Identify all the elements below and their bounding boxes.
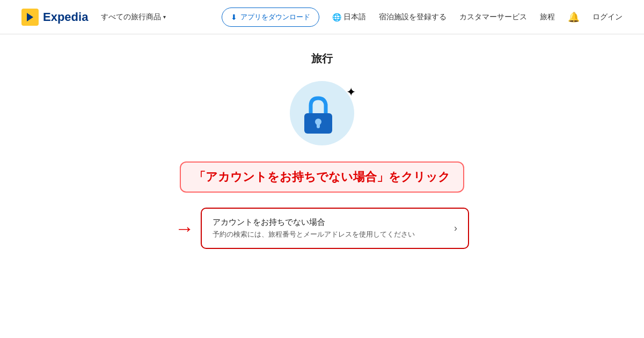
- svg-marker-0: [27, 13, 33, 21]
- register-property-link[interactable]: 宿泊施設を登録する: [379, 12, 447, 22]
- account-card-subtitle: 予約の検索には、旅程番号とメールアドレスを使用してください: [213, 230, 415, 239]
- notifications-bell[interactable]: 🔔: [568, 11, 580, 23]
- logo-text: Expedia: [43, 10, 88, 24]
- sparkle-icon: ✦: [346, 85, 356, 99]
- arrow-right-icon: →: [175, 217, 194, 240]
- lock-illustration: ✦: [287, 81, 357, 145]
- page-title: 旅行: [311, 52, 333, 66]
- lock-svg: [299, 94, 338, 139]
- no-account-card[interactable]: アカウントをお持ちでない場合 予約の検索には、旅程番号とメールアドレスを使用して…: [201, 208, 469, 249]
- chevron-down-icon: ▾: [163, 14, 166, 20]
- nav-all-products[interactable]: すべての旅行商品 ▾: [101, 12, 166, 22]
- navbar: Expedia すべての旅行商品 ▾ ⬇ アプリをダウンロード 🌐 日本語 宿泊…: [0, 0, 644, 34]
- download-app-label: アプリをダウンロード: [240, 12, 310, 22]
- download-app-button[interactable]: ⬇ アプリをダウンロード: [222, 8, 319, 27]
- account-card-title: アカウントをお持ちでない場合: [213, 217, 415, 227]
- globe-icon: 🌐: [332, 13, 341, 21]
- customer-service-link[interactable]: カスタマーサービス: [459, 12, 527, 22]
- customer-service-label: カスタマーサービス: [459, 12, 527, 22]
- callout-text: 「アカウントをお持ちでない場合」をクリック: [194, 170, 450, 183]
- login-link[interactable]: ログイン: [592, 12, 623, 22]
- register-property-label: 宿泊施設を登録する: [379, 12, 447, 22]
- download-icon: ⬇: [231, 13, 237, 21]
- card-chevron-right-icon: ›: [454, 223, 457, 234]
- callout-bubble: 「アカウントをお持ちでない場合」をクリック: [180, 161, 464, 193]
- login-label: ログイン: [592, 12, 623, 22]
- language-label: 日本語: [343, 12, 366, 22]
- account-card-text: アカウントをお持ちでない場合 予約の検索には、旅程番号とメールアドレスを使用して…: [213, 217, 415, 239]
- nav-all-products-label: すべての旅行商品: [101, 12, 161, 22]
- itinerary-link[interactable]: 旅程: [540, 12, 555, 22]
- logo[interactable]: Expedia: [21, 9, 88, 26]
- main-content: 旅行 ✦ 「アカウントをお持ちでない場合」をクリック → アカウントをお持ちでな…: [0, 34, 644, 249]
- action-row: → アカウントをお持ちでない場合 予約の検索には、旅程番号とメールアドレスを使用…: [175, 208, 469, 249]
- expedia-logo-icon: [21, 9, 39, 26]
- language-selector[interactable]: 🌐 日本語: [332, 12, 366, 22]
- svg-rect-3: [317, 123, 320, 128]
- bell-icon: 🔔: [568, 12, 580, 23]
- itinerary-label: 旅程: [540, 12, 555, 22]
